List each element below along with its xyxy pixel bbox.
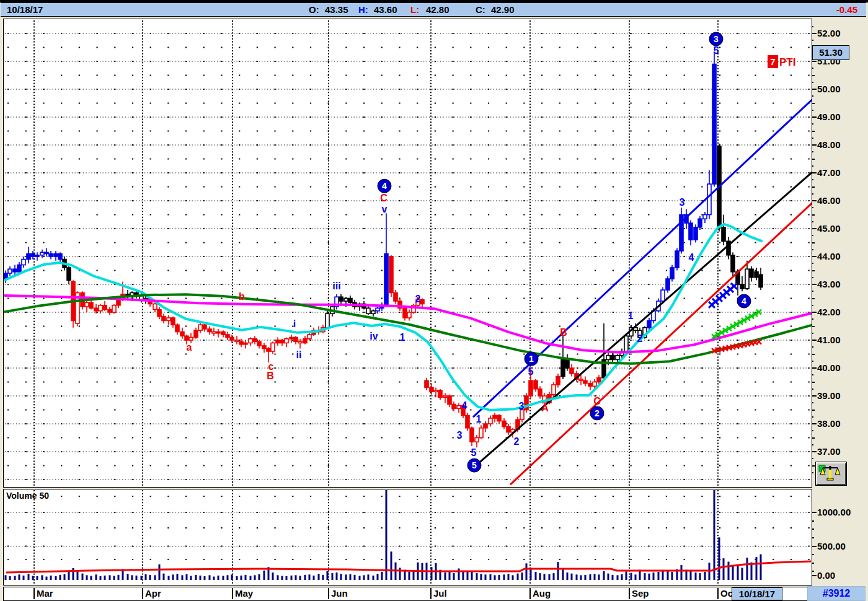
wave-label-red: a	[187, 342, 192, 353]
price-axis-tick	[812, 395, 817, 397]
price-axis-tick	[812, 340, 817, 341]
price-axis-tick	[812, 200, 817, 201]
low-label: L:	[410, 4, 419, 15]
price-axis-label: 39.00	[817, 390, 841, 401]
month-tick	[529, 588, 531, 599]
price-axis-tick	[812, 256, 817, 257]
month-label-jul: Jul	[433, 588, 447, 599]
chart-number-badge: #3912	[807, 586, 866, 601]
price-axis-label: 41.00	[817, 335, 841, 345]
price-axis-tick	[812, 312, 817, 313]
pti-badge: 7	[768, 55, 778, 68]
time-axis-bar: MarAprMayJunJulAugSepOct 10/18/17	[3, 587, 812, 601]
channel-mid-black	[476, 168, 812, 466]
chart-window: 10/18/17 O: 43.35 H: 43.60 L: 42.80 C: 4…	[0, 0, 868, 601]
projection-marks	[709, 283, 761, 353]
wave-label-blue: ii	[296, 349, 302, 360]
wave-label-blue: i	[293, 318, 296, 329]
price-axis-tick	[812, 61, 817, 62]
volume-pane-title: Volume 50	[6, 491, 49, 501]
volume-axis-label: 1000.00	[817, 507, 851, 517]
month-label-jun: Jun	[331, 588, 348, 599]
month-tick	[629, 588, 630, 599]
volume-axis-tick	[812, 512, 817, 513]
price-highlight-badge: 51.30	[812, 45, 849, 60]
price-pane[interactable]: 451243viiiiviii12413532512345CabcBABC	[3, 19, 812, 488]
pti-label: PTI	[779, 56, 795, 69]
price-axis-tick	[812, 423, 817, 424]
wave-label-blue: iii	[332, 281, 340, 291]
quote-date: 10/18/17	[7, 4, 43, 15]
price-axis-label: 37.00	[817, 446, 841, 457]
wave-labels: 451243viiiiviii12413532512345CabcBABC	[187, 32, 751, 472]
price-axis-label: 43.00	[817, 279, 841, 289]
month-label-mar: Mar	[37, 588, 53, 599]
wave-label-blue: 1	[628, 310, 634, 321]
wave-label-blue: 3	[680, 197, 685, 208]
month-tick	[232, 588, 233, 599]
price-axis-label: 49.00	[817, 112, 841, 122]
wave-label-blue: 1	[400, 332, 405, 343]
close-value: 42.90	[491, 4, 515, 15]
wave-label-blue: 5	[471, 447, 477, 458]
price-chart-canvas[interactable]: 451243viiiiviii12413532512345CabcBABC	[4, 19, 812, 487]
month-tick	[430, 588, 432, 599]
price-axis-label: 42.00	[817, 307, 841, 317]
month-label-apr: Apr	[145, 588, 161, 599]
month-label-may: May	[235, 588, 253, 599]
wave-label-blue: 2	[637, 333, 643, 344]
price-axis-tick	[812, 284, 817, 285]
price-axis-tick	[812, 144, 817, 146]
price-axis-label: 50.00	[817, 84, 841, 94]
wave-label-blue: 5	[528, 366, 534, 377]
volume-pane[interactable]	[3, 489, 812, 586]
last-date-box: 10/18/17	[732, 587, 782, 600]
wave-label-red: B	[560, 327, 567, 338]
wave-circle-text: 2	[595, 408, 600, 418]
wave-label-red: C	[593, 396, 601, 406]
month-tick	[33, 588, 35, 599]
wave-label-red: A	[541, 403, 549, 413]
wave-circle-text: 1	[529, 354, 534, 364]
wave-label-blue: 2	[415, 294, 421, 304]
fast-cyan-line	[5, 224, 761, 410]
wave-label-red: B	[267, 371, 274, 381]
volume-chart-canvas[interactable]	[4, 489, 812, 585]
wave-label-blue: 4	[462, 400, 467, 411]
volume-axis-label: 500.00	[817, 541, 846, 551]
quote-bar: 10/18/17 O: 43.35 H: 43.60 L: 42.80 C: 4…	[1, 2, 866, 17]
wave-label-blue: iv	[370, 331, 378, 341]
wave-label-blue: 1	[476, 414, 482, 424]
price-axis-tick	[812, 33, 817, 34]
price-axis-label: 48.00	[817, 139, 841, 150]
price-axis-label: 38.00	[817, 418, 841, 429]
price-axis-tick	[812, 116, 817, 118]
close-label: C:	[476, 4, 485, 15]
volume-axis-tick	[812, 546, 817, 547]
price-axis-label: 45.00	[817, 223, 841, 234]
wave-circle-text: 3	[714, 34, 719, 44]
scales-icon	[817, 463, 843, 481]
month-label-aug: Aug	[533, 588, 551, 599]
wave-label-blue: v	[382, 204, 388, 214]
expert-scales-button[interactable]	[816, 462, 846, 485]
wave-label-blue: 2	[514, 436, 520, 447]
wave-label-blue: 5	[714, 45, 719, 56]
price-axis-label: 47.00	[817, 167, 841, 178]
low-value: 42.80	[426, 4, 450, 15]
month-tick	[717, 588, 719, 599]
volume-bars	[5, 490, 762, 580]
price-axis-label: 52.00	[817, 28, 841, 38]
volume-ma-line	[6, 561, 811, 572]
projection-blue-mark	[731, 283, 737, 289]
open-label: O:	[309, 4, 319, 15]
month-tick	[328, 588, 329, 599]
volume-axis-tick	[812, 575, 817, 576]
price-axis-tick	[812, 228, 817, 229]
month-label-sep: Sep	[632, 588, 649, 599]
price-axis-label: 44.00	[817, 251, 841, 261]
wave-label-blue: 3	[457, 430, 463, 441]
price-axis-tick	[812, 172, 817, 173]
price-axis-label: 46.00	[817, 195, 841, 206]
volume-axis-label: 0.00	[817, 570, 835, 581]
